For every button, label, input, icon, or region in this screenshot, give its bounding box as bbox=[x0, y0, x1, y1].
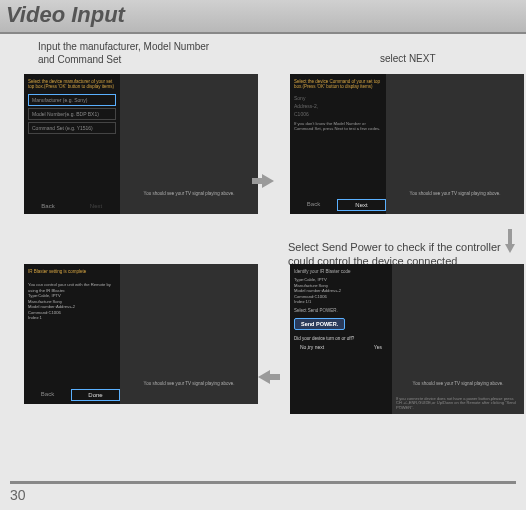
complete-body: You can control your unit with the Remot… bbox=[28, 282, 116, 293]
caption-top-left: Input the manufacturer, Model Number and… bbox=[38, 40, 218, 66]
back-button[interactable]: Back bbox=[24, 201, 72, 211]
arrow-left-icon bbox=[258, 370, 270, 384]
caption-top-right: select NEXT bbox=[380, 52, 520, 65]
yes-button[interactable]: Yes bbox=[374, 344, 382, 350]
option-sony[interactable]: Sony bbox=[294, 94, 382, 102]
arrow-down-icon bbox=[505, 244, 515, 253]
preview-label: You should see your TV signal playing ab… bbox=[392, 381, 524, 386]
info-index: Index:1 bbox=[28, 315, 116, 320]
send-power-button[interactable]: Send POWER. bbox=[294, 318, 345, 330]
command-set-field[interactable]: Command Set (e.g. Y1516) bbox=[28, 122, 116, 134]
option-c1006[interactable]: C1006 bbox=[294, 110, 382, 118]
screen-send-power: Identify your IR Blaster code Type:Cable… bbox=[290, 264, 524, 414]
page-number: 30 bbox=[10, 487, 26, 503]
screen4-heading: IR Blaster setting is complete bbox=[28, 269, 116, 274]
page-footer: 30 bbox=[10, 481, 516, 504]
preview-label: You should see your TV signal playing ab… bbox=[386, 191, 524, 196]
no-try-next-button[interactable]: No,try next bbox=[300, 344, 324, 350]
screen-command-select: Select the device Command of your set to… bbox=[290, 74, 524, 214]
back-button[interactable]: Back bbox=[24, 389, 71, 401]
device-question: Did your device turn on or off? bbox=[294, 336, 388, 341]
preview-label: You should see your TV signal playing ab… bbox=[120, 381, 258, 386]
screen1-instruction: Select the device manufacturer of your s… bbox=[28, 79, 116, 90]
next-button-disabled: Next bbox=[72, 201, 120, 211]
content-area: Input the manufacturer, Model Number and… bbox=[0, 34, 526, 84]
manufacturer-field[interactable]: Manufacturer (e.g. Sony) bbox=[28, 94, 116, 106]
screen2-note: If you don't know the Model Number or Co… bbox=[294, 121, 382, 131]
power-tip: If you connecte device does not have a p… bbox=[396, 397, 520, 411]
back-button[interactable]: Back bbox=[290, 199, 337, 211]
screen-manufacturer-input: Select the device manufacturer of your s… bbox=[24, 74, 258, 214]
preview-label: You should see your TV signal playing ab… bbox=[120, 191, 258, 196]
screen2-instruction: Select the device Command of your set to… bbox=[294, 79, 382, 90]
select-send-label: Select Send POWER. bbox=[294, 308, 388, 313]
next-button[interactable]: Next bbox=[337, 199, 386, 211]
option-address[interactable]: Address-2, bbox=[294, 102, 382, 110]
model-number-field[interactable]: Model Number(e.g. BDP BX1) bbox=[28, 108, 116, 120]
page-title: Video Input bbox=[6, 2, 520, 28]
arrow-right-icon bbox=[262, 174, 274, 188]
screen-complete: IR Blaster setting is complete You can c… bbox=[24, 264, 258, 404]
screen3-heading: Identify your IR Blaster code bbox=[294, 269, 388, 274]
title-bar: Video Input bbox=[0, 0, 526, 34]
done-button[interactable]: Done bbox=[71, 389, 120, 401]
